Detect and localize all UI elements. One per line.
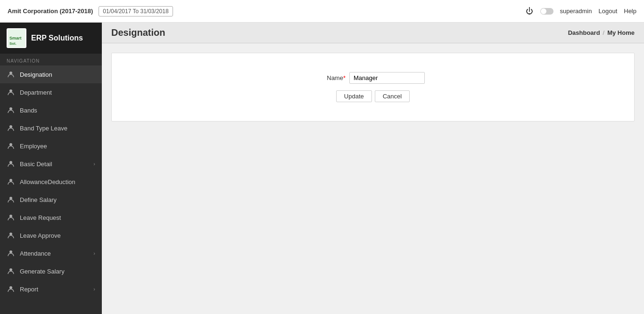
sidebar-item-label-attendance: Attendance: [20, 250, 51, 257]
name-field-row: Name*: [121, 72, 625, 84]
svg-text:Sol.: Sol.: [9, 41, 17, 46]
svg-point-9: [9, 179, 12, 182]
nav-person-icon-define-salary: [7, 195, 15, 204]
nav-person-icon-leave-approve: [7, 231, 15, 240]
chevron-right-icon-attendance: ›: [93, 250, 95, 256]
svg-point-8: [9, 161, 12, 164]
sidebar-item-label-define-salary: Define Salary: [20, 196, 57, 203]
sidebar-item-label-bands: Bands: [20, 107, 37, 114]
svg-point-4: [9, 89, 12, 92]
sidebar-item-label-leave-request: Leave Request: [20, 214, 61, 221]
nav-person-icon-leave-request: [7, 213, 15, 222]
sidebar-item-label-band-type-leave: Band Type Leave: [20, 125, 67, 132]
sidebar-item-label-employee: Employee: [20, 143, 47, 150]
sidebar-item-label-leave-approve: Leave Approve: [20, 232, 61, 239]
top-header: Amit Corporation (2017-2018) 01/04/2017 …: [0, 0, 644, 23]
sidebar-item-label-basic-detail: Basic Detail: [20, 161, 52, 168]
sidebar-item-department[interactable]: Department: [0, 83, 102, 101]
sidebar-item-label-department: Department: [20, 89, 52, 96]
svg-point-11: [9, 215, 12, 217]
cancel-button[interactable]: Cancel: [375, 90, 410, 102]
breadcrumb-home[interactable]: My Home: [607, 29, 635, 36]
name-label: Name*: [321, 74, 349, 81]
nav-person-icon-employee: [7, 142, 15, 150]
power-icon: ⏻: [525, 7, 534, 16]
page-header: Designation Dashboard / My Home: [102, 23, 644, 43]
sidebar-item-employee[interactable]: Employee: [0, 137, 102, 155]
sidebar-item-label-report: Report: [20, 286, 38, 293]
logo-box: Smart Sol.: [7, 28, 26, 48]
sidebar: Smart Sol. ERP Solutions NAVIGATION Desi…: [0, 23, 102, 314]
sidebar-item-label-designation: Designation: [20, 71, 52, 78]
nav-person-icon-designation: [7, 70, 15, 79]
chevron-right-icon-basic-detail: ›: [93, 161, 95, 167]
nav-person-icon-basic-detail: [7, 160, 15, 168]
nav-person-icon-department: [7, 88, 15, 97]
required-star: *: [343, 74, 346, 81]
company-name: Amit Corporation (2017-2018): [8, 8, 93, 15]
sidebar-item-basic-detail[interactable]: Basic Detail›: [0, 155, 102, 173]
sidebar-item-generate-salary[interactable]: Generate Salary: [0, 262, 102, 280]
app-title: ERP Solutions: [31, 34, 83, 42]
name-input[interactable]: [349, 72, 425, 84]
username-text: superadmin: [560, 8, 592, 15]
sidebar-item-band-type-leave[interactable]: Band Type Leave: [0, 119, 102, 137]
user-toggle[interactable]: [540, 8, 553, 15]
form-container: Name* Update Cancel: [102, 43, 644, 314]
sidebar-item-label-allowance-deduction: AllowanceDeduction: [20, 178, 75, 185]
breadcrumb-dashboard[interactable]: Dashboard: [568, 29, 600, 36]
sidebar-item-allowance-deduction[interactable]: AllowanceDeduction: [0, 173, 102, 191]
svg-point-15: [9, 286, 12, 289]
sidebar-item-leave-request[interactable]: Leave Request: [0, 209, 102, 226]
svg-point-10: [9, 197, 12, 200]
sidebar-item-designation[interactable]: Designation: [0, 65, 102, 83]
chevron-right-icon-report: ›: [93, 286, 95, 292]
help-link[interactable]: Help: [624, 8, 636, 15]
page-title: Designation: [111, 27, 165, 38]
main-layout: Smart Sol. ERP Solutions NAVIGATION Desi…: [0, 23, 644, 314]
sidebar-item-attendance[interactable]: Attendance›: [0, 244, 102, 262]
sidebar-item-bands[interactable]: Bands: [0, 101, 102, 119]
svg-point-5: [9, 107, 12, 110]
svg-point-13: [9, 250, 12, 253]
nav-person-icon-band-type-leave: [7, 124, 15, 132]
svg-point-6: [9, 125, 12, 128]
sidebar-item-label-generate-salary: Generate Salary: [20, 268, 65, 275]
svg-text:Smart: Smart: [9, 36, 22, 40]
header-right: ⏻ superadmin Logout Help: [525, 7, 636, 16]
nav-person-icon-attendance: [7, 249, 15, 258]
toggle-switch[interactable]: [540, 8, 553, 15]
svg-point-14: [9, 268, 12, 271]
nav-section-label: NAVIGATION: [0, 54, 102, 65]
svg-point-7: [9, 143, 12, 146]
logout-link[interactable]: Logout: [598, 8, 617, 15]
sidebar-logo: Smart Sol. ERP Solutions: [0, 23, 102, 54]
nav-items-container: Designation Department Bands Band Type L…: [0, 65, 102, 298]
svg-point-3: [9, 72, 12, 74]
nav-person-icon-bands: [7, 106, 15, 114]
date-range-badge: 01/04/2017 To 31/03/2018: [99, 6, 173, 16]
svg-point-12: [9, 233, 12, 235]
breadcrumb-separator: /: [603, 29, 605, 36]
sidebar-item-define-salary[interactable]: Define Salary: [0, 191, 102, 209]
update-button[interactable]: Update: [336, 90, 372, 102]
sidebar-item-report[interactable]: Report›: [0, 280, 102, 298]
form-buttons: Update Cancel: [121, 90, 625, 102]
breadcrumb: Dashboard / My Home: [568, 29, 635, 36]
sidebar-item-leave-approve[interactable]: Leave Approve: [0, 226, 102, 244]
nav-person-icon-report: [7, 285, 15, 293]
nav-person-icon-generate-salary: [7, 267, 15, 275]
form-card: Name* Update Cancel: [111, 53, 635, 121]
content-area: Designation Dashboard / My Home Name* Up…: [102, 23, 644, 314]
nav-person-icon-allowance-deduction: [7, 177, 15, 186]
header-left: Amit Corporation (2017-2018) 01/04/2017 …: [8, 6, 173, 16]
